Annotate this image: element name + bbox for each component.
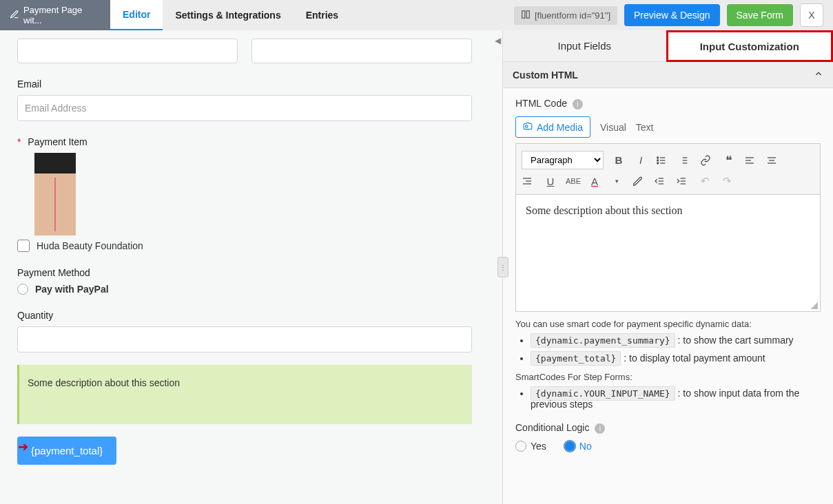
conditional-logic-row: Conditional Logic i [515, 422, 821, 434]
svg-point-6 [657, 157, 659, 158]
text-color-dropdown-icon[interactable]: ▾ [610, 178, 624, 185]
add-media-button[interactable]: Add Media [515, 116, 590, 138]
form-canvas: Email Email Address * Payment Item Huda … [0, 30, 502, 504]
underline-icon[interactable]: U [544, 176, 557, 187]
payment-total-button[interactable]: {payment_total} [17, 437, 116, 465]
resize-handle[interactable]: ⋮ [497, 257, 508, 277]
tab-input-customization[interactable]: Input Customization [666, 30, 834, 62]
edit-icon [10, 10, 19, 21]
no-label: No [579, 441, 592, 452]
redo-icon[interactable]: ↷ [720, 175, 734, 187]
smartcode-1-text: : to show the cart summary [678, 335, 794, 346]
smartcode-2: {payment_total} [531, 351, 621, 366]
paypal-label: Pay with PayPal [35, 284, 109, 295]
step-smartcode-list: {dynamic.YOUR_INPUT_NAME} : to show inpu… [531, 388, 821, 410]
email-placeholder: Email Address [25, 103, 86, 114]
radio-icon [515, 441, 526, 452]
main-layout: Email Email Address * Payment Item Huda … [0, 30, 833, 504]
cond-no-option[interactable]: No [564, 441, 592, 452]
sidebar-tabs: Input Fields Input Customization [503, 30, 833, 62]
preview-design-button[interactable]: Preview & Design [624, 4, 720, 26]
quote-icon[interactable]: ❝ [722, 153, 736, 168]
section-title: Custom HTML [513, 70, 578, 81]
html-block-text: Some description about this section [28, 377, 180, 388]
help-icon[interactable]: i [573, 99, 583, 109]
align-right-icon[interactable] [522, 176, 535, 187]
section-custom-html-header[interactable]: Custom HTML [503, 62, 833, 88]
mode-visual[interactable]: Visual [600, 122, 626, 133]
undo-icon[interactable]: ↶ [698, 175, 712, 187]
html-editor[interactable]: Some description about this section [515, 195, 821, 312]
help-icon[interactable]: i [595, 423, 605, 434]
list-item: {dynamic.payment_summary} : to show the … [531, 335, 821, 346]
shortcode-icon [521, 10, 531, 21]
media-icon [523, 121, 533, 133]
payment-item-label-text: Payment Item [28, 136, 87, 147]
html-code-label-row: HTML Code i [515, 98, 821, 109]
numbered-list-icon[interactable] [678, 155, 692, 166]
email-input[interactable]: Email Address [17, 95, 472, 121]
link-icon[interactable] [700, 155, 714, 166]
tab-input-fields[interactable]: Input Fields [503, 30, 666, 62]
clear-format-icon[interactable] [632, 176, 646, 187]
required-mark: * [17, 136, 21, 147]
smartcode-list: {dynamic.payment_summary} : to show the … [531, 335, 821, 364]
smartcode-hint-intro: You can use smart code for payment speci… [515, 319, 821, 329]
sidebar: ◀ ⋮ Input Fields Input Customization Cus… [502, 30, 833, 504]
custom-html-block[interactable]: Some description about this section [17, 365, 472, 424]
name-last-input[interactable] [251, 39, 472, 63]
product-image [34, 153, 76, 235]
paypal-option-row[interactable]: Pay with PayPal [17, 284, 472, 295]
mode-text[interactable]: Text [636, 122, 654, 133]
indent-icon[interactable] [676, 176, 690, 187]
cond-yes-option[interactable]: Yes [515, 441, 546, 452]
align-left-icon[interactable] [744, 155, 758, 166]
tab-editor[interactable]: Editor [110, 0, 163, 30]
top-bar: Payment Page wit... Editor Settings & In… [0, 0, 833, 30]
resize-grip-icon[interactable] [811, 302, 818, 309]
bold-icon[interactable]: B [612, 154, 626, 166]
align-center-icon[interactable] [766, 155, 780, 166]
chevron-up-icon [814, 69, 823, 81]
svg-point-2 [526, 125, 528, 128]
toolbar: Paragraph B I ❝ U ABE A ▾ [515, 143, 821, 195]
radio-icon[interactable] [17, 284, 28, 295]
smartcode-1: {dynamic.payment_summary} [531, 333, 675, 348]
strikethrough-icon[interactable]: ABE [566, 177, 579, 185]
page-title-chip: Payment Page wit... [0, 0, 110, 30]
tab-entries[interactable]: Entries [294, 0, 351, 30]
conditional-logic-label: Conditional Logic [515, 422, 589, 433]
svg-rect-0 [522, 10, 525, 18]
checkbox-icon[interactable] [17, 240, 30, 252]
svg-rect-1 [526, 10, 529, 18]
name-first-input[interactable] [17, 39, 238, 63]
annotation-arrow-icon: ➔ [18, 439, 28, 454]
list-item: {payment_total} : to display total payme… [531, 353, 821, 364]
quantity-label: Quantity [17, 310, 472, 321]
yes-label: Yes [531, 441, 546, 452]
bullet-list-icon[interactable] [656, 155, 670, 166]
tab-settings[interactable]: Settings & Integrations [163, 0, 293, 30]
text-color-icon[interactable]: A [588, 176, 601, 187]
outdent-icon[interactable] [654, 176, 668, 187]
sidebar-body: HTML Code i Add Media Visual Text [503, 88, 833, 504]
shortcode-text: [fluentform id="91"] [535, 10, 610, 21]
product-option-row[interactable]: Huda Beauty Foundation [17, 240, 472, 252]
format-select[interactable]: Paragraph [522, 151, 604, 169]
step-smartcode-heading: SmartCodes For Step Forms: [515, 372, 821, 382]
shortcode-display[interactable]: [fluentform id="91"] [514, 6, 617, 25]
smartcode-2-text: : to display total payment amount [624, 353, 765, 364]
close-button[interactable]: X [800, 3, 823, 27]
save-form-button[interactable]: Save Form [727, 4, 793, 26]
add-media-label: Add Media [537, 122, 583, 133]
email-label: Email [17, 78, 472, 90]
payment-item-label: * Payment Item [17, 136, 472, 147]
svg-point-8 [657, 162, 659, 164]
payment-method-label: Payment Method [17, 267, 472, 278]
quantity-input[interactable] [17, 326, 472, 353]
editor-content: Some description about this section [526, 204, 683, 216]
italic-icon[interactable]: I [634, 154, 648, 166]
list-item: {dynamic.YOUR_INPUT_NAME} : to show inpu… [531, 388, 821, 410]
collapse-icon[interactable]: ◀ [495, 36, 501, 45]
product-option-label: Huda Beauty Foundation [37, 240, 143, 251]
